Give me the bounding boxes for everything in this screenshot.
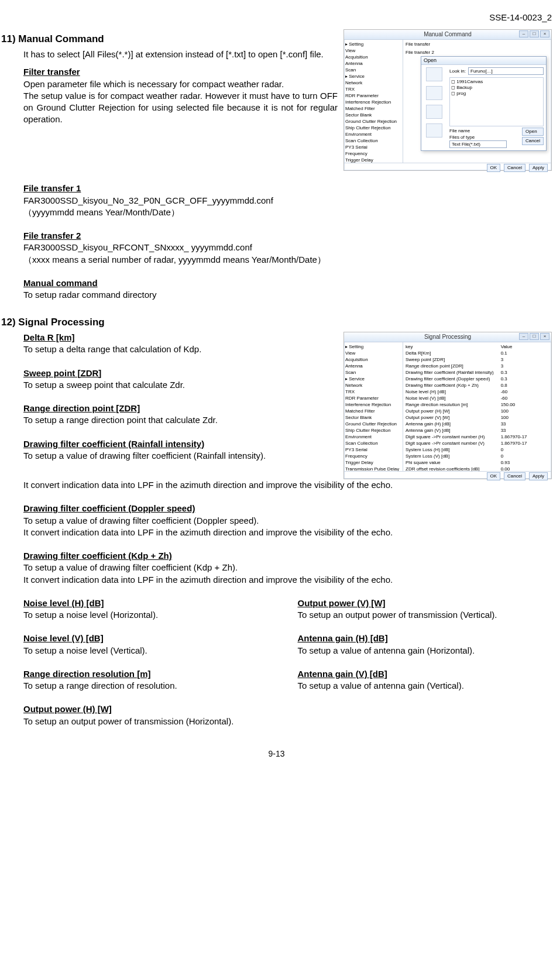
fig1-right-pane: File transfer File transfer 2 Open — [403, 40, 551, 163]
table-row: ZDR offset revision coefficients [dB]0.0… — [406, 466, 551, 471]
place-icon — [426, 123, 442, 138]
figure-signal-processing-window: Signal Processing –□× ▸ Setting View Acq… — [343, 332, 552, 479]
filetype-dropdown[interactable]: Text File(*.txt) — [449, 140, 507, 148]
rd-p: To setup a range direction point that ca… — [23, 414, 338, 426]
list-item[interactable]: ◻ prog — [451, 91, 542, 97]
dfc-ds-heading: Drawing filter coefficient (Doppler spee… — [23, 503, 195, 513]
fig1-tree: ▸ Setting View Acquisition Antenna Scan▸… — [344, 40, 403, 163]
lookin-label: Look in: — [449, 68, 466, 74]
nlh-p: To setup a noise level (Horizontal). — [23, 609, 278, 621]
table-row: Drawing filter coefficient (Doppler spee… — [406, 376, 551, 382]
rdr-heading: Range direction resolution [m] — [23, 669, 151, 679]
table-row: Drawing filter coefficient (Kdp + Zh)0.8 — [406, 382, 551, 389]
table-row: Phi square value0.93 — [406, 459, 551, 466]
dfc-kz-p2: It convert indication data into LPF in t… — [23, 574, 552, 586]
dfc-ri-p1: To setup a value of drawing filter coeff… — [23, 450, 338, 462]
ft1-p2: （yyyymmdd means Year/Month/Date） — [23, 207, 552, 218]
nlv-heading: Noise level (V) [dB] — [23, 633, 104, 643]
section-12-heading: 12) Signal Processing — [1, 316, 552, 329]
sp-heading: Sweep point [ZDR] — [23, 368, 101, 378]
ft2-p2: （xxxx means a serial number of radar, yy… — [23, 254, 552, 266]
dfc-ds-p2: It convert indication data into LPF in t… — [23, 527, 552, 538]
filter-transfer-p1: Open parameter file which is necessary f… — [23, 78, 338, 90]
rdr-p: To setup a range direction of resolution… — [23, 680, 278, 692]
page-number: 9-13 — [1, 748, 552, 760]
ft1-p1: FAR3000SSD_kisyou_No_32_P0N_GCR_OFF_yyyy… — [23, 195, 552, 207]
agh-heading: Antenna gain (H) [dB] — [298, 633, 388, 643]
fig1-title-bar: Manual Command –□× — [344, 30, 551, 40]
table-row: Range direction point [ZDR]3 — [406, 363, 551, 369]
lookin-dropdown[interactable]: Furuno[…] — [468, 67, 544, 75]
table-row: Digit square ->Pr constant number (V)1.8… — [406, 440, 551, 446]
table-row: Digit square ->Pr constant number (H)1.8… — [406, 434, 551, 440]
ft1-heading: File transfer 1 — [23, 183, 81, 193]
fig2-title-bar: Signal Processing –□× — [344, 332, 551, 342]
place-icon — [426, 67, 442, 81]
figure-manual-command-window: Manual Command –□× ▸ Setting View Acquis… — [343, 29, 552, 171]
table-row: System Loss (H) [dB]0 — [406, 446, 551, 453]
table-row: System Loss (V) [dB]0 — [406, 453, 551, 459]
mc-heading: Manual command — [23, 278, 98, 288]
table-row: Range direction resolution [m]150.00 — [406, 401, 551, 408]
table-row: Output power (H) [W]100 — [406, 408, 551, 414]
s11-intro: It has to select [All Files(*.*)] at ext… — [23, 49, 338, 60]
open-dialog-title: Open — [421, 57, 546, 65]
ok-button[interactable]: OK — [487, 472, 501, 480]
dr-p: To setup a delta range that calculation … — [23, 343, 338, 355]
close-icon: × — [540, 30, 549, 37]
fig2-tree: ▸ Setting View Acquisition Antenna Scan▸… — [344, 342, 403, 471]
dfc-ri-heading: Drawing filter coefficient (Rainfall int… — [23, 439, 204, 449]
rd-heading: Range direction point [ZDR] — [23, 403, 140, 413]
table-row: Delta R[Km]0.1 — [406, 350, 551, 356]
dr-heading: Delta R [km] — [23, 332, 75, 342]
cancel-button[interactable]: Cancel — [504, 164, 525, 172]
cancel-button[interactable]: Cancel — [504, 472, 525, 480]
place-icon — [426, 86, 442, 100]
open-dialog: Open Look in: Furuno[…] — [421, 56, 547, 151]
maximize-icon: □ — [530, 30, 539, 37]
opv-heading: Output power (V) [W] — [298, 598, 386, 608]
nlv-p: To setup a noise level (Vertical). — [23, 645, 278, 657]
oph-heading: Output power (H) [W] — [23, 704, 112, 714]
minimize-icon: – — [519, 333, 528, 340]
ft2-heading: File transfer 2 — [23, 231, 81, 240]
section-11-heading: 11) Manual Command — [1, 33, 338, 46]
cancel-button[interactable]: Cancel — [522, 137, 544, 145]
fig2-title: Signal Processing — [424, 334, 471, 340]
ok-button[interactable]: OK — [487, 164, 501, 172]
oph-p: To setup an output power of transmission… — [23, 716, 278, 727]
table-row: Noise level (V) [dB]-60 — [406, 395, 551, 401]
mc-p: To setup radar command directory — [23, 289, 552, 301]
table-row: Drawing filter coefficient (Rainfall int… — [406, 369, 551, 376]
filter-transfer-p2: The setup value is for compact weather r… — [23, 90, 338, 126]
table-row: Sweep point [ZDR]3 — [406, 356, 551, 363]
doc-id: SSE-14-0023_2 — [1, 12, 552, 23]
col-key: key — [406, 343, 501, 350]
table-row: Antenna gain (V) [dB]33 — [406, 427, 551, 434]
ft2-p1: FAR3000SSD_kisyou_RFCONT_SNxxxx_ yyyymmd… — [23, 242, 552, 253]
list-item[interactable]: ◻ 1991Canvas — [451, 79, 542, 85]
agh-p: To setup a value of antenna gain (Horizo… — [298, 645, 552, 657]
apply-button[interactable]: Apply — [529, 472, 548, 480]
apply-button[interactable]: Apply — [529, 164, 548, 172]
nlh-heading: Noise level (H) [dB] — [23, 598, 104, 608]
file-list[interactable]: ◻ 1991Canvas ◻ Backup ◻ prog — [449, 77, 544, 126]
agv-p: To setup a value of antenna gain (Vertic… — [298, 680, 552, 692]
filename-label: File name — [449, 128, 470, 133]
sp-p: To setup a sweep point that calculate Zd… — [23, 379, 338, 391]
table-row: Antenna gain (H) [dB]33 — [406, 421, 551, 427]
dfc-kz-heading: Drawing filter coefficient (Kdp + Zh) — [23, 551, 172, 561]
dfc-ri-p2: It convert indication data into LPF in t… — [23, 479, 552, 491]
table-row: Output power (V) [W]100 — [406, 414, 551, 421]
fig1-row-label: File transfer 2 — [403, 49, 551, 56]
agv-heading: Antenna gain (V) [dB] — [298, 669, 387, 679]
fig1-tab: File transfer — [403, 40, 551, 49]
signal-processing-table: key Value Delta R[Km]0.1Sweep point [ZDR… — [403, 342, 551, 471]
list-item[interactable]: ◻ Backup — [451, 85, 542, 91]
open-button[interactable]: Open — [522, 128, 544, 136]
minimize-icon: – — [519, 30, 528, 37]
filetype-label: Files of type — [449, 135, 475, 140]
col-value: Value — [501, 343, 551, 350]
fig1-title: Manual Command — [424, 31, 472, 37]
table-row: Noise level (H) [dB]-60 — [406, 389, 551, 395]
